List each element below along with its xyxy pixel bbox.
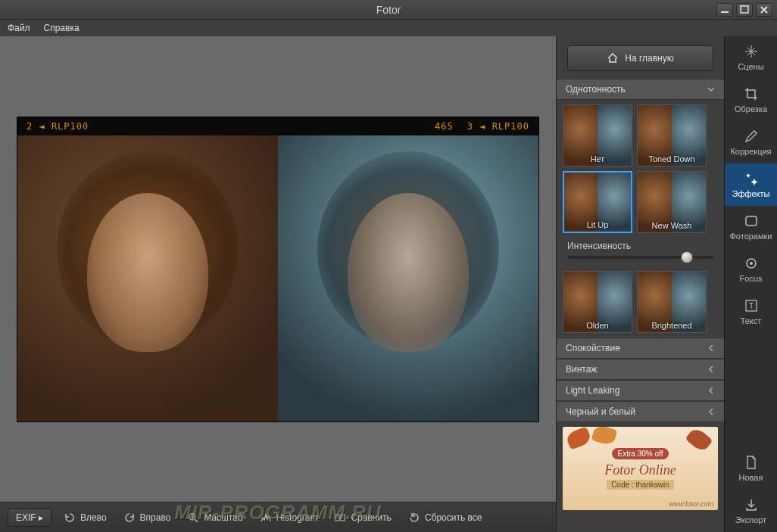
tool-rail: Сцены Обрезка Коррекция Эффекты Фоторамк… xyxy=(724,36,777,532)
effect-group-collapsed[interactable]: Винтаж xyxy=(557,359,724,380)
histogram-button[interactable]: Histogram xyxy=(255,509,323,527)
app-title: Fotor xyxy=(376,4,401,16)
pencil-icon xyxy=(744,129,759,144)
zoom-button[interactable]: Масштаб xyxy=(183,509,247,527)
close-button[interactable] xyxy=(756,3,772,17)
rail-crop[interactable]: Обрезка xyxy=(725,79,777,121)
effect-thumb[interactable]: New Wash xyxy=(637,171,707,233)
export-icon xyxy=(744,497,759,512)
reset-icon xyxy=(408,512,420,524)
chevron-left-icon xyxy=(707,387,715,394)
rail-effects[interactable]: Эффекты xyxy=(725,163,777,206)
rotate-right-icon xyxy=(123,512,136,524)
exif-button[interactable]: EXIF ▸ xyxy=(8,509,51,527)
film-right-a: 465 xyxy=(435,121,454,132)
rail-export[interactable]: Экспорт xyxy=(725,490,777,532)
crop-icon xyxy=(744,86,759,101)
svg-rect-1 xyxy=(741,6,748,13)
reset-button[interactable]: Сбросить все xyxy=(404,509,487,527)
effect-group-collapsed[interactable]: Черный и белый xyxy=(557,401,724,422)
magic-icon xyxy=(744,171,759,186)
chevron-left-icon xyxy=(707,366,715,373)
effect-group-collapsed[interactable]: Спокойствие xyxy=(557,338,724,359)
effect-thumb[interactable]: Brightened xyxy=(637,271,707,333)
photo-after xyxy=(278,135,538,422)
chevron-left-icon xyxy=(707,408,715,415)
thumb-label: Olden xyxy=(563,321,632,330)
rail-frames[interactable]: Фоторамки xyxy=(725,206,777,248)
promo-code: Code : thankswin xyxy=(607,480,674,490)
titlebar: Fotor xyxy=(0,0,777,20)
promo-badge: Extra 30% off xyxy=(612,448,669,459)
rotate-left-icon xyxy=(64,512,76,524)
promo-banner[interactable]: Extra 30% off Fotor Online Code : thanks… xyxy=(563,427,718,510)
effect-thumb[interactable]: Olden xyxy=(563,271,632,333)
photo-preview[interactable]: 2 ◄ RLP100 465 3 ◄ RLP100 xyxy=(17,117,539,422)
home-button[interactable]: На главную xyxy=(567,45,713,71)
svg-text:T: T xyxy=(748,302,753,310)
intensity-slider[interactable] xyxy=(567,256,713,259)
svg-line-5 xyxy=(195,519,198,522)
thumb-label: Toned Down xyxy=(638,154,706,163)
photo-before xyxy=(17,135,278,422)
effect-thumb[interactable]: Toned Down xyxy=(637,104,707,166)
effect-thumb[interactable]: Нет xyxy=(563,104,632,166)
slider-thumb[interactable] xyxy=(681,251,693,263)
text-icon: T xyxy=(744,298,759,313)
canvas-area: 2 ◄ RLP100 465 3 ◄ RLP100 xyxy=(0,36,556,532)
new-file-icon xyxy=(744,455,759,470)
rotate-right-button[interactable]: Вправо xyxy=(119,509,176,527)
rotate-left-button[interactable]: Влево xyxy=(59,509,111,527)
frame-icon xyxy=(744,213,759,229)
thumb-label: Нет xyxy=(563,154,632,163)
sparkle-icon xyxy=(744,44,759,59)
promo-title: Fotor Online xyxy=(604,462,676,478)
svg-rect-8 xyxy=(335,515,339,521)
chevron-down-icon xyxy=(707,86,715,93)
home-icon xyxy=(607,52,619,64)
target-icon xyxy=(744,256,759,271)
thumb-label: Lit Up xyxy=(564,220,631,229)
bottom-toolbar: EXIF ▸ Влево Вправо Масштаб Histogram Ср… xyxy=(0,502,556,532)
compare-icon xyxy=(334,512,346,524)
menu-help[interactable]: Справка xyxy=(44,23,80,33)
film-strip: 2 ◄ RLP100 465 3 ◄ RLP100 xyxy=(17,117,538,135)
menu-file[interactable]: Файл xyxy=(8,23,30,33)
effect-thumb[interactable]: Lit Up xyxy=(563,171,632,233)
zoom-icon xyxy=(187,512,199,524)
maximize-button[interactable] xyxy=(736,3,753,17)
menubar: Файл Справка xyxy=(0,20,777,36)
intensity-label: Интенсивность xyxy=(567,241,713,251)
chevron-left-icon xyxy=(707,344,715,352)
rail-focus[interactable]: Focus xyxy=(725,248,777,291)
rail-text[interactable]: T Текст xyxy=(725,291,777,333)
promo-url: www.fotor.com xyxy=(669,500,713,508)
film-left: 2 ◄ RLP100 xyxy=(27,121,89,132)
thumb-label: New Wash xyxy=(638,221,706,230)
compare-button[interactable]: Сравнить xyxy=(329,509,395,527)
svg-rect-9 xyxy=(341,515,345,521)
thumb-label: Brightened xyxy=(638,321,706,330)
minimize-button[interactable] xyxy=(716,3,733,17)
rail-adjust[interactable]: Коррекция xyxy=(725,121,777,163)
film-right-b: 3 ◄ RLP100 xyxy=(467,121,529,132)
svg-rect-10 xyxy=(746,216,757,226)
rail-scenes[interactable]: Сцены xyxy=(725,36,777,79)
effect-group-open[interactable]: Однотонность xyxy=(557,79,724,100)
effects-panel: На главную Однотонность НетToned DownLit… xyxy=(556,36,724,532)
histogram-icon xyxy=(260,512,272,524)
effect-group-collapsed[interactable]: Light Leaking xyxy=(557,380,724,401)
rail-new[interactable]: Новая xyxy=(725,447,777,490)
svg-point-12 xyxy=(750,262,753,265)
